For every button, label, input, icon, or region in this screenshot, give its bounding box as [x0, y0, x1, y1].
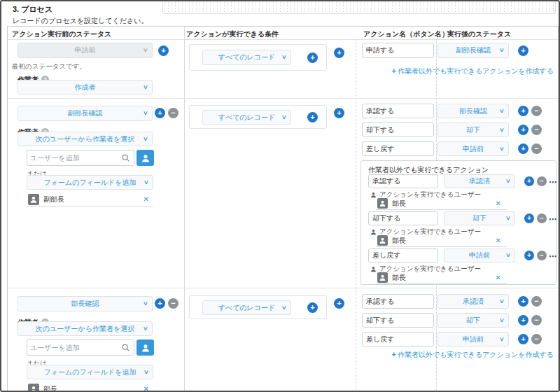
remove-worker-button[interactable]: ✕ [144, 195, 149, 203]
more-options-button[interactable]: ⋯ [549, 253, 557, 260]
user-search-input[interactable] [27, 344, 121, 351]
worker-chip: 部長 ✕ [27, 382, 153, 392]
form-field-dropdown[interactable]: フォームのフィールドを追加 ∨ [27, 175, 153, 190]
add-action-button[interactable]: + [518, 334, 528, 344]
worker-source-dropdown[interactable]: 次のユーザーから作業者を選択 ∨ [18, 132, 153, 146]
add-condition-group-button[interactable]: + [334, 48, 344, 58]
assignee-type-dropdown[interactable]: 作成者 ∨ [18, 80, 153, 94]
add-action-button[interactable]: + [518, 315, 528, 326]
add-action-button[interactable]: + [524, 214, 534, 223]
remove-action-button[interactable]: − [531, 125, 542, 135]
add-condition-button[interactable]: + [307, 112, 318, 122]
remove-action-button[interactable]: − [531, 296, 542, 307]
remove-action-button[interactable]: − [537, 214, 547, 223]
header-after-status: 実行後のステータス [447, 29, 511, 39]
more-options-button[interactable]: ⋯ [549, 216, 557, 223]
remove-action-button[interactable]: − [537, 176, 547, 186]
after-status-dropdown[interactable]: 部長確認 ∨ [438, 104, 509, 118]
add-status-button[interactable]: + [155, 108, 165, 118]
more-options-button[interactable]: ⋯ [549, 178, 557, 186]
remove-action-button[interactable]: − [531, 144, 542, 154]
create-non-worker-action-link[interactable]: +作業者以外でも実行できるアクションを作成する [392, 350, 554, 360]
chevron-down-icon: ∨ [144, 370, 149, 375]
user-search-input[interactable] [27, 154, 121, 162]
chevron-down-icon: ∨ [281, 55, 287, 60]
add-user-button[interactable] [136, 150, 154, 166]
dropdown-value: すべてのレコード [218, 113, 276, 122]
add-condition-group-button[interactable]: + [334, 108, 344, 118]
chevron-down-icon: ∨ [281, 115, 287, 120]
user-icon [28, 384, 39, 392]
action-name-input[interactable] [362, 294, 434, 309]
add-action-button[interactable]: + [524, 251, 534, 260]
add-action-button[interactable]: + [524, 176, 534, 186]
worker-source-dropdown[interactable]: 次のユーザーから作業者を選択 ∨ [18, 321, 153, 336]
user-chip-label: 部長 [392, 273, 406, 283]
dropdown-value: 却下 [466, 316, 480, 326]
dropdown-value: 申請前 [75, 46, 96, 55]
after-status-dropdown[interactable]: 申請前 ∨ [444, 248, 515, 262]
remove-user-button[interactable]: ✕ [496, 200, 501, 207]
remove-user-button[interactable]: ✕ [496, 274, 501, 281]
action-name-input[interactable] [362, 313, 434, 328]
create-non-worker-action-link[interactable]: +作業者以外でも実行できるアクションを作成する [392, 66, 554, 76]
add-action-button[interactable]: + [518, 125, 528, 135]
action-name-input[interactable] [362, 141, 434, 156]
action-name-input[interactable] [362, 104, 434, 118]
user-icon [28, 194, 39, 205]
action-name-input[interactable] [362, 43, 434, 58]
chevron-down-icon: ∨ [143, 85, 148, 90]
chevron-down-icon: ∨ [499, 299, 505, 304]
dropdown-value: 次のユーザーから作業者を選択 [36, 324, 134, 334]
remove-action-button[interactable]: − [537, 251, 547, 260]
dropdown-value: 申請前 [463, 335, 484, 344]
remove-action-button[interactable]: − [531, 106, 542, 116]
remove-status-button[interactable]: − [168, 108, 178, 118]
action-name-input[interactable] [362, 332, 434, 346]
remove-action-button[interactable]: − [531, 334, 542, 344]
action-name-input[interactable] [368, 174, 438, 188]
status-dropdown[interactable]: 部長確認 ∨ [18, 296, 153, 312]
add-action-button[interactable]: + [518, 144, 528, 154]
worker-chip-label: 副部長 [43, 195, 64, 204]
status-dropdown[interactable]: 副部長確認 ∨ [18, 106, 153, 121]
add-action-button[interactable]: + [518, 46, 528, 56]
remove-action-button[interactable]: − [531, 315, 542, 326]
add-condition-button[interactable]: + [307, 52, 318, 63]
add-user-button[interactable] [136, 340, 154, 356]
after-status-dropdown[interactable]: 却下 ∨ [438, 313, 509, 328]
after-status-dropdown[interactable]: 副部長確認 ∨ [438, 43, 509, 58]
action-name-input[interactable] [368, 248, 438, 262]
dropdown-value: 却下 [472, 214, 486, 223]
dropdown-value: 次のユーザーから作業者を選択 [36, 134, 134, 144]
add-condition-group-button[interactable]: + [334, 298, 344, 309]
chevron-down-icon: ∨ [143, 301, 148, 307]
condition-dropdown[interactable]: すべてのレコード ∨ [202, 110, 291, 125]
worker-chip: 副部長 ✕ [27, 192, 153, 206]
dropdown-value: 副部長確認 [456, 46, 491, 55]
remove-status-button[interactable]: − [168, 298, 178, 309]
add-status-button[interactable]: + [155, 298, 165, 309]
condition-dropdown[interactable]: すべてのレコード ∨ [202, 300, 291, 315]
after-status-dropdown[interactable]: 却下 ∨ [438, 122, 509, 137]
add-status-button[interactable]: + [158, 46, 169, 56]
remove-worker-button[interactable]: ✕ [144, 385, 149, 392]
action-name-input[interactable] [368, 211, 438, 225]
add-action-button[interactable]: + [518, 296, 528, 307]
add-condition-button[interactable]: + [307, 302, 318, 313]
after-status-dropdown[interactable]: 承認済 ∨ [444, 174, 515, 188]
plus-icon: + [392, 66, 396, 75]
action-name-input[interactable] [362, 122, 434, 137]
after-status-dropdown[interactable]: 承認済 ∨ [438, 294, 509, 309]
after-status-dropdown[interactable]: 申請前 ∨ [438, 141, 509, 156]
remove-user-button[interactable]: ✕ [496, 237, 501, 244]
condition-dropdown[interactable]: すべてのレコード ∨ [202, 50, 291, 65]
form-field-dropdown[interactable]: フォームのフィールドを追加 ∨ [27, 365, 153, 379]
dropdown-value: 作成者 [75, 83, 96, 92]
user-chip-label: 部長 [392, 236, 406, 246]
after-status-dropdown[interactable]: 申請前 ∨ [438, 332, 509, 346]
plus-icon: + [392, 350, 396, 358]
add-action-button[interactable]: + [518, 106, 528, 116]
dropdown-value: 副部長確認 [68, 108, 103, 118]
after-status-dropdown[interactable]: 却下 ∨ [444, 211, 515, 225]
